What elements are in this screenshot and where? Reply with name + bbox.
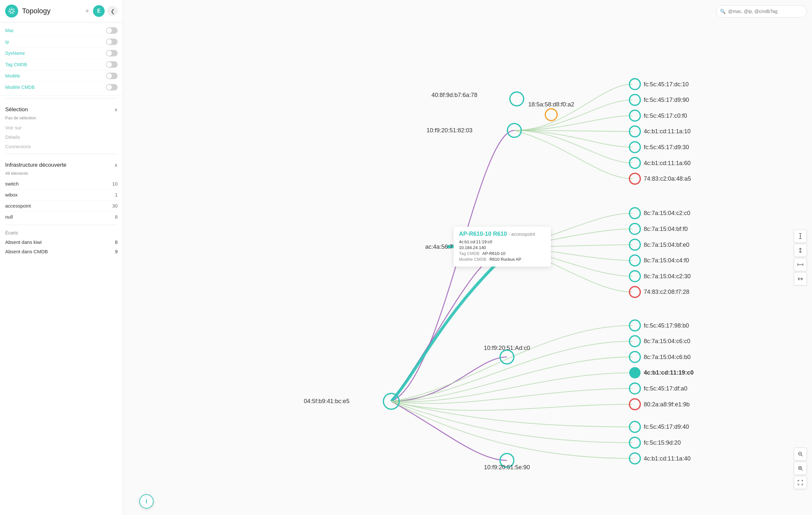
popup-subtitle: - accesspoint xyxy=(509,232,535,237)
filter-ip: Ip xyxy=(5,36,118,48)
filter-modele-cmdb-toggle[interactable] xyxy=(106,84,118,90)
node-r22-label: 4c:b1:cd:11:1a:40 xyxy=(644,455,691,462)
infra-accesspoint[interactable]: accesspoint 30 xyxy=(5,200,118,212)
zoom-out-button[interactable] xyxy=(794,448,807,461)
layout-controls xyxy=(794,229,807,286)
node-r8-label: 8c:7a:15:04:c2:c0 xyxy=(644,210,691,216)
infra-null-label: null xyxy=(5,214,12,220)
zoom-fit-button[interactable] xyxy=(794,476,807,489)
node-r5-label: fc:5c:45:17:d9:30 xyxy=(644,144,689,151)
infra-wibox-label: wibox xyxy=(5,192,18,197)
infra-null[interactable]: null 8 xyxy=(5,212,118,222)
node-r19-label: 80:2a:a8:9f:e1:9b xyxy=(644,401,690,408)
node-r13-label: 74:83:c2:08:f7:28 xyxy=(644,289,690,295)
filter-modele-cmdb: Modèle CMDB xyxy=(5,82,118,93)
selection-title: Sélection xyxy=(5,106,28,113)
node-r12-label: 8c:7a:15:04:c2:30 xyxy=(644,273,691,279)
search-bar: 🔍 xyxy=(716,5,807,18)
ecart-absent-cmdb[interactable]: Absent dans CMDB 9 xyxy=(5,247,118,256)
node-r17-label: 4c:b1:cd:11:19:c0 xyxy=(644,370,694,376)
sidebar: Topology + E ❮ Mac Ip SysName Tag CMDB M… xyxy=(0,0,123,515)
filter-mac-toggle[interactable] xyxy=(106,27,118,34)
zoom-in-button[interactable] xyxy=(794,462,807,475)
filter-sysname-label[interactable]: SysName xyxy=(5,51,25,56)
page-title: Topology xyxy=(22,7,85,15)
infra-accesspoint-label: accesspoint xyxy=(5,203,31,209)
user-avatar[interactable]: E xyxy=(93,5,105,17)
popup-modele-cmdb-label: Modèle CMDB xyxy=(459,257,486,262)
connexions-item[interactable]: Connexions xyxy=(0,142,123,151)
layout-fit-h-button[interactable] xyxy=(794,272,807,286)
node-r9-label: 8c:7a:15:04:bf:f0 xyxy=(644,226,688,232)
filter-sysname: SysName xyxy=(5,48,118,59)
node-r10-label: 8c:7a:15:04:bf:e0 xyxy=(644,242,690,248)
node-r17[interactable] xyxy=(630,368,640,378)
search-input[interactable] xyxy=(716,5,807,18)
filter-modele-cmdb-label[interactable]: Modèle CMDB xyxy=(5,85,35,90)
filter-tag-cmdb-label[interactable]: Tag CMDB xyxy=(5,62,27,67)
svg-point-0 xyxy=(10,9,13,12)
filter-tag-cmdb-toggle[interactable] xyxy=(106,61,118,68)
svg-point-1 xyxy=(9,8,14,14)
filter-tag-cmdb: Tag CMDB xyxy=(5,59,118,71)
filter-ip-label[interactable]: Ip xyxy=(5,39,9,45)
filter-sysname-toggle[interactable] xyxy=(106,50,118,56)
node-r21-label: fc:5c:15:9d:20 xyxy=(644,439,681,446)
filter-mac-label[interactable]: Mac xyxy=(5,28,13,33)
selection-section-header[interactable]: Sélection ∧ xyxy=(0,101,123,115)
popup-modele-cmdb-value: R610 Ruckus AP xyxy=(490,257,521,262)
node-n2[interactable] xyxy=(545,109,557,120)
infrastructure-chevron-icon: ∧ xyxy=(114,162,118,168)
ecart-absent-kiwi-count: 8 xyxy=(115,239,118,245)
popup-tag-cmdb-label: Tag CMDB xyxy=(459,251,479,256)
node-n5-label: 04:5f:b9:41:bc:e5 xyxy=(304,398,350,404)
filter-modele: Modèle xyxy=(5,71,118,82)
node-r1-label: fc:5c:45:17:dc:10 xyxy=(644,81,689,87)
filter-modele-label[interactable]: Modèle xyxy=(5,73,20,79)
voir-sur-item[interactable]: Voir sur xyxy=(0,123,123,132)
svg-line-17 xyxy=(801,469,803,470)
infra-switch-count: 10 xyxy=(112,181,118,187)
layout-expand-v-button[interactable] xyxy=(794,229,807,243)
info-button[interactable]: i xyxy=(139,494,153,509)
node-r6-label: 4c:b1:cd:11:1a:60 xyxy=(644,160,691,166)
popup-tag-cmdb-value: AP-R610-10 xyxy=(482,251,505,256)
ecart-absent-cmdb-count: 9 xyxy=(115,249,118,254)
collapse-sidebar-button[interactable]: ❮ xyxy=(107,6,118,16)
svg-line-13 xyxy=(801,455,803,456)
selection-status: Pas de sélection xyxy=(0,115,123,123)
popup-modele-cmdb: Modèle CMDB R610 Ruckus AP xyxy=(459,257,546,262)
infra-wibox[interactable]: wibox 1 xyxy=(5,189,118,200)
node-r16-label: 8c:7a:15:04:c6:b0 xyxy=(644,354,691,360)
filter-section: Mac Ip SysName Tag CMDB Modèle Modèle CM… xyxy=(0,22,123,96)
infrastructure-title: Infrastructure découverte xyxy=(5,162,66,168)
zoom-controls xyxy=(794,448,807,489)
ecarts-section: Écarts Absent dans kiwi 8 Absent dans CM… xyxy=(0,228,123,259)
popup-mac-value: 4c:b1:cd:11:19:c0 xyxy=(459,239,492,244)
ecarts-title: Écarts xyxy=(5,230,118,236)
node-r20-label: fc:5c:45:17:d9:40 xyxy=(644,424,689,430)
node-n2-label: 18:5a:58:d8:f0:a2 xyxy=(528,101,574,108)
infrastructure-section-header[interactable]: Infrastructure découverte ∧ xyxy=(0,157,123,171)
sidebar-header: Topology + E ❮ xyxy=(0,0,123,22)
node-r14-label: fc:5c:45:17:98:b0 xyxy=(644,322,689,329)
node-r11-label: 8c:7a:15:04:c4:f0 xyxy=(644,257,689,264)
ecart-absent-kiwi[interactable]: Absent dans kiwi 8 xyxy=(5,237,118,247)
popup-tag-cmdb: Tag CMDB AP-R610-10 xyxy=(459,251,546,256)
filter-ip-toggle[interactable] xyxy=(106,38,118,45)
add-button[interactable]: + xyxy=(85,7,89,15)
main-content: 🔍 xyxy=(123,0,812,515)
filter-modele-toggle[interactable] xyxy=(106,73,118,79)
node-popup: AP-R610-10 R610 - accesspoint 4c:b1:cd:1… xyxy=(454,227,551,267)
details-item[interactable]: Détails xyxy=(0,132,123,142)
infra-null-count: 8 xyxy=(115,214,118,220)
search-icon: 🔍 xyxy=(720,9,725,14)
layout-fit-v-button[interactable] xyxy=(794,244,807,257)
divider-2 xyxy=(5,154,118,154)
layout-expand-h-button[interactable] xyxy=(794,258,807,271)
divider-1 xyxy=(5,98,118,99)
popup-ip-value: 10.184.24.140 xyxy=(459,245,486,250)
node-n1[interactable] xyxy=(510,92,524,106)
infra-switch[interactable]: switch 10 xyxy=(5,179,118,189)
node-r3-label: fc:5c:45:17:c0:f0 xyxy=(644,112,687,119)
